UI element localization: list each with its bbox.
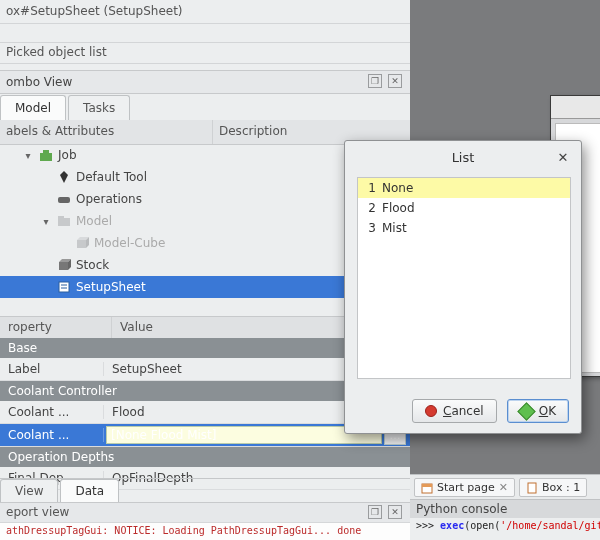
property-header-value: Value — [112, 317, 161, 339]
folder-icon — [56, 213, 72, 229]
python-console-line[interactable]: >>> exec(open('/home/sandal/github/Free — [410, 518, 600, 533]
cube-icon — [74, 235, 90, 251]
property-key: Label — [0, 362, 104, 376]
restore-icon[interactable]: ❐ — [368, 74, 382, 88]
report-view-title: eport view ❐ ✕ — [0, 502, 410, 522]
cancel-icon — [425, 405, 437, 417]
list-item[interactable]: 1 None — [358, 178, 570, 198]
list-item-index: 2 — [358, 201, 376, 215]
svg-marker-2 — [60, 171, 68, 183]
list-item[interactable]: 3 Mist — [358, 218, 570, 238]
ok-label: OKOK — [539, 404, 556, 418]
dialog-close-button[interactable]: ✕ — [555, 149, 571, 165]
property-bottom-tabs: View Data — [0, 478, 410, 503]
svg-rect-16 — [422, 484, 432, 487]
list-item[interactable]: 2 Flood — [358, 198, 570, 218]
close-icon[interactable]: ✕ — [499, 481, 508, 494]
picked-object-list-label: Picked object list — [0, 42, 410, 64]
cancel-label: CCancelancel — [443, 404, 484, 418]
startpage-icon — [421, 482, 433, 494]
mdi-tab-box[interactable]: Box : 1 — [519, 478, 587, 497]
cancel-button[interactable]: CCancelancel — [412, 399, 497, 423]
tree-item-label: Job — [58, 148, 77, 162]
dialog-button-row: CCancelancel OKOK — [412, 399, 569, 423]
restore-icon[interactable]: ❐ — [368, 505, 382, 519]
python-prompt: >>> — [416, 520, 440, 531]
tree-header-description: Description — [213, 120, 293, 144]
svg-rect-0 — [40, 153, 52, 161]
mdi-tab-label: Start page — [437, 481, 495, 494]
document-icon — [526, 482, 538, 494]
tree-item-label: Stock — [76, 258, 109, 272]
list-item-label: Mist — [382, 221, 407, 235]
stock-icon — [56, 257, 72, 273]
dialog-titlebar[interactable]: List ✕ — [345, 141, 581, 173]
tab-tasks[interactable]: Tasks — [68, 95, 130, 120]
property-key: Coolant ... — [0, 428, 104, 442]
operations-icon — [56, 191, 72, 207]
svg-rect-1 — [43, 150, 49, 153]
close-icon[interactable]: ✕ — [388, 505, 402, 519]
job-icon — [38, 147, 54, 163]
ok-button[interactable]: OKOK — [507, 399, 569, 423]
report-view-title-text: eport view — [6, 505, 69, 519]
tree-item-label: Model — [76, 214, 112, 228]
tree-item-label: Operations — [76, 192, 142, 206]
property-group-operation-depths[interactable]: Operation Depths — [0, 447, 410, 467]
combo-view-window-controls: ❐ ✕ — [368, 74, 402, 88]
svg-rect-9 — [59, 262, 68, 270]
svg-rect-5 — [58, 216, 64, 219]
list-item-label: None — [382, 181, 413, 195]
mdi-tab-label: Box : 1 — [542, 481, 580, 494]
list-item-index: 1 — [358, 181, 376, 195]
breadcrumb: ox#SetupSheet (SetupSheet) — [0, 0, 410, 24]
python-console: Python console >>> exec(open('/home/sand… — [410, 499, 600, 540]
svg-rect-17 — [528, 483, 536, 493]
python-keyword: exec — [440, 520, 464, 531]
dialog-listbox[interactable]: 1 None 2 Flood 3 Mist — [357, 177, 571, 379]
expander-icon[interactable]: ▾ — [22, 150, 34, 161]
svg-rect-4 — [58, 218, 70, 226]
mdi-tab-startpage[interactable]: Start page ✕ — [414, 478, 515, 497]
report-log-line: athDressupTagGui: NOTICE: Loading PathDr… — [0, 522, 410, 540]
mdi-subwindow-titlebar[interactable] — [551, 96, 600, 119]
tree-item-label: Default Tool — [76, 170, 147, 184]
property-edit-input[interactable]: [None Flood Mist] — [106, 426, 382, 444]
tree-item-label: SetupSheet — [76, 280, 146, 294]
svg-rect-6 — [77, 240, 86, 248]
property-header-property: roperty — [0, 317, 112, 339]
python-console-title: Python console — [410, 500, 600, 518]
setupsheet-icon — [56, 279, 72, 295]
mdi-tabbar: Start page ✕ Box : 1 — [410, 474, 600, 500]
python-text: (open( — [464, 520, 500, 531]
ok-icon — [517, 402, 535, 420]
tab-data[interactable]: Data — [60, 479, 119, 503]
tree-header-labels: abels & Attributes — [0, 120, 213, 144]
dialog-title-text: List — [452, 150, 475, 165]
tab-model[interactable]: Model — [0, 95, 66, 120]
combo-view-title: ombo View ❐ ✕ — [0, 70, 410, 94]
list-item-label: Flood — [382, 201, 415, 215]
property-key: Coolant ... — [0, 405, 104, 419]
tree-item-label: Model-Cube — [94, 236, 165, 250]
combo-tabs: Model Tasks — [0, 94, 410, 121]
svg-rect-3 — [58, 197, 70, 203]
expander-icon[interactable]: ▾ — [40, 216, 52, 227]
combo-view-title-text: ombo View — [6, 75, 72, 89]
list-dialog: List ✕ 1 None 2 Flood 3 Mist CCancelance… — [344, 140, 582, 434]
list-item-index: 3 — [358, 221, 376, 235]
python-string: '/home/sandal/github/Free — [500, 520, 600, 531]
tab-view[interactable]: View — [0, 479, 58, 503]
tool-icon — [56, 169, 72, 185]
close-icon[interactable]: ✕ — [388, 74, 402, 88]
report-view-window-controls: ❐ ✕ — [368, 505, 402, 519]
svg-rect-12 — [59, 282, 69, 292]
